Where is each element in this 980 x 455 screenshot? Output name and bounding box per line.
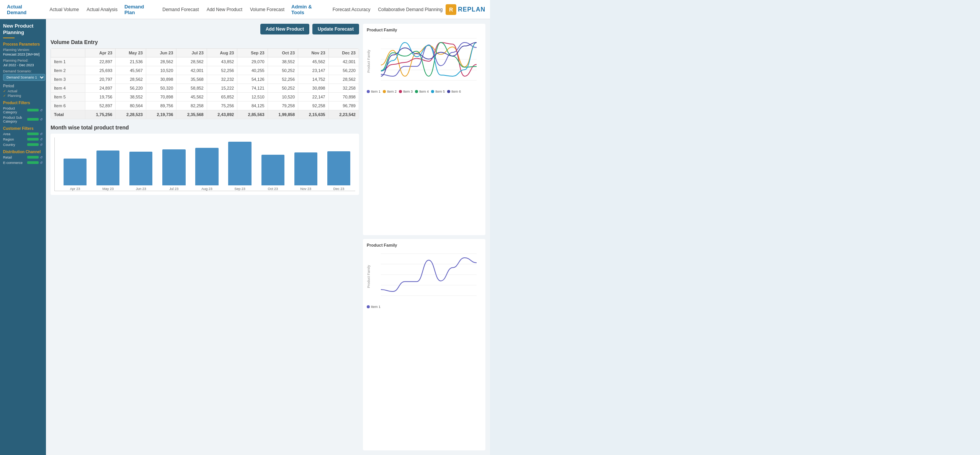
nav-item-actual-volume[interactable]: Actual Volume: [46, 5, 82, 14]
table-row: Item 424,89756,22050,32058,85215,22274,1…: [51, 84, 359, 93]
add-new-product-button[interactable]: Add New Product: [260, 24, 309, 34]
table-cell: 14,752: [298, 75, 328, 84]
legend-label: Item 1: [371, 305, 381, 309]
table-cell: 45,562: [176, 93, 207, 101]
product-category-label: Product Category: [3, 106, 27, 114]
country-label: Country: [3, 143, 15, 147]
bar-group: May 23: [91, 151, 124, 191]
logo-text: REPLAN: [458, 6, 485, 13]
table-cell: 30,898: [146, 75, 176, 84]
table-cell: Total: [51, 110, 85, 119]
legend-item: Item 5: [431, 90, 445, 93]
table-cell: 22,147: [298, 93, 328, 101]
table-cell: 28,562: [146, 57, 176, 66]
legend-item: Item 2: [383, 90, 397, 93]
table-cell: 35,568: [176, 75, 207, 84]
table-cell: Item 5: [51, 93, 85, 101]
bar[interactable]: [294, 152, 317, 185]
nav-item-volume-forecast[interactable]: Volume Forecast: [247, 5, 287, 14]
nav-item-collab-demand[interactable]: Collaborative Demand Planning: [375, 5, 446, 14]
legend-label: Item 4: [419, 90, 429, 93]
process-params-title: Process Parameters: [3, 42, 43, 46]
table-cell: Item 3: [51, 75, 85, 84]
table-cell: 54,126: [237, 75, 268, 84]
table-cell: 92,258: [298, 101, 328, 110]
bar-group: Nov 23: [289, 152, 322, 191]
bar[interactable]: [195, 148, 218, 185]
customer-filters-title: Customer Filters: [3, 126, 43, 131]
retail-reset[interactable]: ↺: [40, 155, 43, 159]
legend-item: Item 1: [367, 90, 381, 93]
filter-row-region: Region ↺: [3, 137, 43, 141]
nav-item-forecast-accuracy[interactable]: Forecast Accuracy: [330, 5, 374, 14]
bar[interactable]: [129, 152, 152, 185]
period-planning: ✓ Planning: [3, 94, 43, 98]
demand-scenario-dropdown[interactable]: Demand Scenario 1: [3, 74, 45, 81]
region-reset[interactable]: ↺: [40, 137, 43, 141]
nav-item-demand-forecast[interactable]: Demand Forecast: [159, 5, 202, 14]
right-panel: Product Family Product Family Item 1Item…: [363, 24, 485, 450]
table-cell: 38,552: [268, 57, 298, 66]
table-cell: 2,85,563: [237, 110, 268, 119]
legend-item: Item 6: [447, 90, 461, 93]
retail-bar: [27, 156, 39, 159]
main-content: Add New Product Update Forecast Volume D…: [46, 19, 490, 455]
bar[interactable]: [327, 151, 350, 185]
period-title: Period: [3, 84, 43, 88]
table-cell: Item 4: [51, 84, 85, 93]
bar[interactable]: [162, 149, 185, 185]
app-title: New Product Planning: [3, 23, 43, 36]
table-cell: 28,562: [328, 75, 359, 84]
product-category-bar-wrap: ↺: [27, 108, 43, 112]
planning-version-label: Planning Version:: [3, 48, 43, 52]
table-cell: 32,232: [207, 75, 237, 84]
table-cell: 40,255: [237, 66, 268, 75]
bar-label: Jun 23: [136, 187, 146, 191]
bar-group: Jul 23: [157, 149, 190, 191]
filter-row-product-sub-category: Product Sub Category ↺: [3, 116, 43, 123]
nav-item-add-new-product[interactable]: Add New Product: [204, 5, 245, 14]
ecommerce-bar: [27, 161, 39, 164]
table-cell: 10,520: [268, 93, 298, 101]
table-cell: 96,789: [328, 101, 359, 110]
bar[interactable]: [261, 155, 284, 185]
country-reset[interactable]: ↺: [40, 143, 43, 147]
table-cell: 43,852: [207, 57, 237, 66]
ecommerce-label: E-commerce: [3, 161, 23, 165]
region-bar: [27, 138, 39, 141]
table-cell: 24,897: [85, 84, 116, 93]
table-cell: 58,852: [176, 84, 207, 93]
update-forecast-button[interactable]: Update Forecast: [312, 24, 359, 34]
period-actual: ✓ Actual: [3, 89, 43, 93]
table-cell: 1,99,858: [268, 110, 298, 119]
region-bar-wrap: ↺: [27, 137, 43, 141]
ecommerce-bar-wrap: ↺: [27, 161, 43, 165]
product-sub-category-reset[interactable]: ↺: [40, 118, 43, 121]
chart1-legend: Item 1Item 2Item 3Item 4Item 5Item 6: [367, 90, 482, 93]
table-cell: 80,564: [116, 101, 146, 110]
table-cell: 2,15,635: [298, 110, 328, 119]
line-chart-1-svg: [372, 34, 482, 88]
table-cell: 38,552: [116, 93, 146, 101]
table-cell: 89,756: [146, 101, 176, 110]
trend-section-title: Month wise total product trend: [51, 124, 359, 131]
bar-label: Nov 23: [301, 187, 312, 191]
bar[interactable]: [228, 142, 251, 185]
table-row: Item 225,69345,56710,52042,00152,25640,2…: [51, 66, 359, 75]
table-header: Dec 23: [328, 49, 359, 57]
ecommerce-reset[interactable]: ↺: [40, 161, 43, 165]
bar[interactable]: [64, 159, 87, 185]
bar-group: Apr 23: [59, 159, 91, 191]
filter-row-retail: Retail ↺: [3, 155, 43, 159]
table-row: Item 652,89780,56489,75682,25875,25684,1…: [51, 101, 359, 110]
nav-item-actual-analysis[interactable]: Actual Analysis: [83, 5, 121, 14]
legend-dot: [447, 90, 450, 93]
bar[interactable]: [96, 151, 119, 185]
bar-group: Sep 23: [224, 142, 256, 191]
product-category-reset[interactable]: ↺: [40, 108, 43, 112]
demand-scenario-label: Demand Scenario:: [3, 69, 43, 73]
demand-scenario-select[interactable]: Demand Scenario 1 -: [3, 74, 43, 81]
table-cell: 75,256: [207, 101, 237, 110]
bar-group: Aug 23: [190, 148, 223, 191]
area-reset[interactable]: ↺: [40, 132, 43, 136]
